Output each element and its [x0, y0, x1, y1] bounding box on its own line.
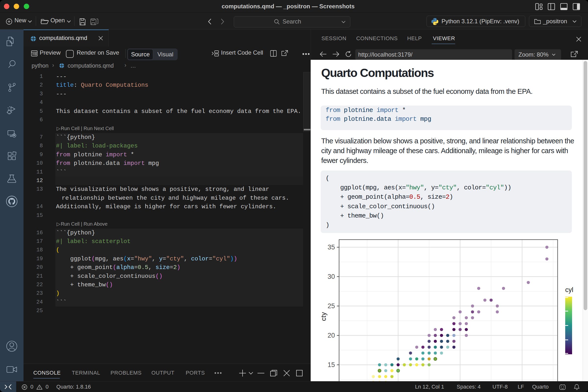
svg-text:15: 15	[328, 361, 335, 368]
svg-text:20: 20	[328, 332, 335, 339]
svg-text:25: 25	[328, 302, 335, 310]
svg-text:cty: cty	[320, 312, 327, 321]
svg-text:30: 30	[328, 273, 335, 280]
svg-text:cyl: cyl	[565, 286, 573, 294]
svg-text:35: 35	[328, 244, 335, 251]
